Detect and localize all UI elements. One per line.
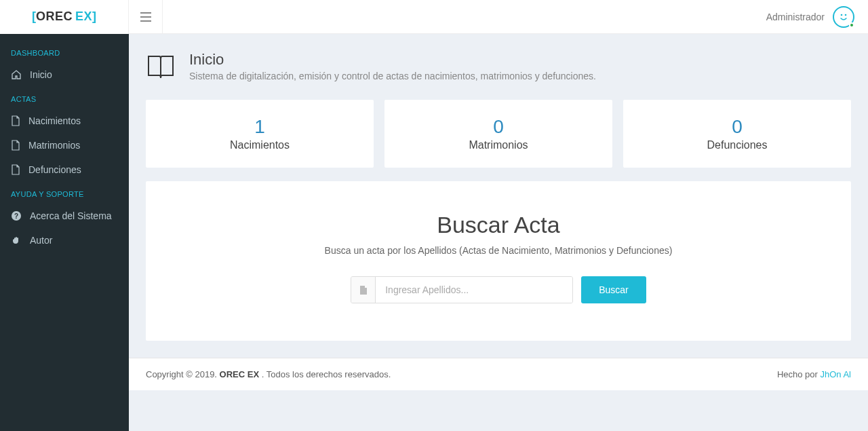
document-addon-icon (351, 277, 376, 303)
home-icon (11, 69, 22, 80)
user-label[interactable]: Administrador (766, 12, 825, 22)
stat-label: Nacimientos (153, 139, 367, 151)
footer-author-link[interactable]: JhOn Al (820, 369, 851, 379)
stat-count: 1 (153, 116, 367, 138)
footer-suffix: . Todos los derechos reservados. (262, 369, 391, 379)
status-dot-icon (849, 22, 854, 28)
sidebar-item-label: Autor (30, 235, 52, 246)
avatar[interactable] (833, 6, 854, 28)
document-icon (11, 140, 20, 151)
sidebar-item-label: Acerca del Sistema (30, 210, 112, 221)
search-subtitle: Busca un acta por los Apellidos (Actas d… (159, 245, 837, 256)
svg-point-1 (845, 14, 847, 16)
logo-part2: EX (75, 10, 92, 24)
footer-brand: OREC EX (220, 369, 260, 379)
logo[interactable]: [ OREC EX ] (0, 0, 129, 34)
stat-card-defunciones: 0 Defunciones (623, 100, 851, 168)
page-header: Inicio Sistema de digitalización, emisió… (129, 34, 868, 90)
sidebar-item-label: Defunciones (28, 164, 81, 175)
search-title: Buscar Acta (159, 212, 837, 238)
footer: Copyright © 2019. OREC EX . Todos los de… (129, 358, 868, 390)
search-panel: Buscar Acta Busca un acta por los Apelli… (146, 181, 851, 341)
page-subtitle: Sistema de digitalización, emisión y con… (189, 71, 596, 81)
sidebar-item-autor[interactable]: Autor (0, 228, 129, 252)
sidebar-item-label: Inicio (30, 69, 52, 80)
stat-label: Defunciones (630, 139, 844, 151)
help-icon: ? (11, 210, 22, 221)
document-icon (11, 115, 20, 126)
hamburger-icon (140, 12, 151, 22)
sidebar-item-acerca[interactable]: ? Acerca del Sistema (0, 204, 129, 228)
sidebar-section-ayuda: AYUDA Y SOPORTE (0, 182, 129, 204)
sidebar-section-dashboard: DASHBOARD (0, 41, 129, 62)
page-title: Inicio (189, 51, 596, 69)
book-icon (146, 54, 176, 81)
svg-point-0 (841, 14, 843, 16)
sidebar-section-actas: ACTAS (0, 87, 129, 109)
stat-label: Matrimonios (391, 139, 606, 151)
footer-made-prefix: Hecho por (777, 369, 821, 379)
svg-text:?: ? (14, 212, 18, 220)
sidebar: DASHBOARD Inicio ACTAS Nacimientos Matri… (0, 34, 129, 431)
stat-count: 0 (630, 116, 844, 138)
sidebar-item-label: Nacimientos (28, 115, 81, 126)
sidebar-item-matrimonios[interactable]: Matrimonios (0, 133, 129, 157)
stat-card-matrimonios: 0 Matrimonios (384, 100, 612, 168)
search-input[interactable] (376, 277, 572, 303)
hand-icon (11, 235, 22, 246)
sidebar-item-label: Matrimonios (28, 140, 80, 151)
stat-count: 0 (391, 116, 606, 138)
sidebar-item-nacimientos[interactable]: Nacimientos (0, 109, 129, 133)
footer-prefix: Copyright © 2019. (146, 369, 220, 379)
search-button[interactable]: Buscar (581, 276, 646, 303)
sidebar-toggle[interactable] (129, 0, 163, 34)
document-icon (11, 164, 20, 175)
avatar-face-icon (837, 11, 850, 23)
stat-card-nacimientos: 1 Nacimientos (146, 100, 374, 168)
sidebar-item-inicio[interactable]: Inicio (0, 62, 129, 87)
sidebar-item-defunciones[interactable]: Defunciones (0, 157, 129, 182)
logo-part1: OREC (36, 10, 73, 24)
